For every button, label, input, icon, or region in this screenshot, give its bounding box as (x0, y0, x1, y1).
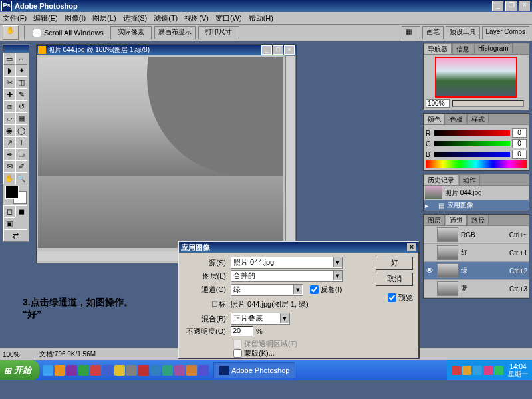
taskbar-clock[interactable]: 14:04 星期一 (508, 363, 528, 378)
tray-icon[interactable] (452, 366, 461, 375)
layers-tab[interactable]: 图层 (424, 215, 445, 225)
quickmask-mode[interactable]: ◼ (15, 205, 27, 217)
b-slider[interactable] (434, 152, 510, 157)
color-swatch[interactable] (5, 186, 27, 204)
slice-tool[interactable]: ◫ (15, 76, 27, 88)
ok-button[interactable]: 好 (376, 257, 413, 270)
ql-icon[interactable] (78, 365, 89, 376)
zoom-tool[interactable]: 🔍 (15, 172, 27, 184)
toolbox-titlebar[interactable] (3, 45, 29, 53)
stamp-tool[interactable]: ⧇ (3, 100, 15, 112)
preset-tab[interactable]: 预设工具 (446, 26, 480, 39)
b-value[interactable]: 0 (512, 150, 527, 159)
vertical-scrollbar[interactable] (285, 55, 296, 248)
source-select[interactable]: 照片 044.jpg (231, 257, 343, 269)
brush-tool[interactable]: ✎ (15, 88, 27, 100)
layer-select[interactable]: 合并的 (231, 270, 343, 282)
fit-screen-button[interactable]: 满画布显示 (154, 26, 196, 39)
doc-min-button[interactable]: _ (261, 45, 272, 55)
menu-image[interactable]: 图像(I) (65, 13, 86, 23)
menu-layer[interactable]: 图层(L) (92, 13, 116, 23)
print-size-button[interactable]: 打印尺寸 (198, 26, 239, 39)
zoom-slider[interactable] (452, 100, 524, 107)
ql-icon[interactable] (198, 365, 209, 376)
tray-icon[interactable] (473, 366, 482, 375)
scroll-all-checkbox[interactable] (33, 29, 41, 37)
dodge-tool[interactable]: ◯ (15, 124, 27, 136)
ql-icon[interactable] (126, 365, 137, 376)
channel-blue[interactable]: 蓝Ctrl+3 (424, 280, 529, 298)
status-docsize[interactable]: 文档:796.9K/1.56M (35, 350, 100, 359)
channel-select[interactable]: 绿 (231, 284, 303, 296)
paths-tab[interactable]: 路径 (467, 215, 489, 225)
g-slider[interactable] (434, 141, 510, 146)
color-tab[interactable]: 颜色 (424, 114, 445, 124)
ie-icon[interactable] (43, 365, 53, 376)
navigator-thumbnail[interactable] (435, 57, 517, 98)
zoom-field[interactable]: 100% (426, 99, 450, 108)
status-zoom[interactable]: 100% (0, 351, 35, 358)
histogram-tab[interactable]: Histogram (474, 43, 513, 54)
history-brush-tool[interactable]: ↺ (15, 100, 27, 112)
start-button[interactable]: ⊞ 开始 (0, 360, 39, 380)
maximize-button[interactable]: ❐ (505, 1, 517, 11)
lasso-tool[interactable]: ◗ (3, 65, 15, 76)
hand-tool[interactable]: ✋ (3, 172, 15, 184)
doc-close-button[interactable]: × (284, 45, 295, 55)
history-snapshot[interactable]: 照片 044.jpg (424, 186, 529, 200)
palette-well-icon[interactable]: ▦ (402, 26, 420, 39)
type-tool[interactable]: T (15, 136, 27, 148)
preview-checkbox[interactable] (388, 293, 396, 302)
history-brush-icon[interactable]: ▸ (425, 202, 434, 209)
r-slider[interactable] (434, 130, 510, 136)
pen-tool[interactable]: ✒ (3, 148, 15, 160)
channel-red[interactable]: 红Ctrl+1 (424, 244, 529, 262)
current-tool-icon[interactable]: ✋ (3, 25, 19, 40)
eraser-tool[interactable]: ▱ (3, 112, 15, 124)
channels-tab[interactable]: 通道 (446, 215, 467, 225)
ql-icon[interactable] (90, 365, 101, 376)
color-ramp[interactable] (426, 160, 527, 168)
cancel-button[interactable]: 取消 (376, 273, 413, 286)
standard-mode[interactable]: ◻ (3, 205, 15, 217)
menu-select[interactable]: 选择(S) (123, 13, 148, 23)
history-tab[interactable]: 历史记录 (424, 174, 458, 185)
ql-icon[interactable] (162, 365, 173, 376)
dialog-close-button[interactable]: × (407, 243, 416, 251)
heal-tool[interactable]: ✚ (3, 88, 15, 100)
eye-icon[interactable]: 👁 (425, 266, 434, 275)
ql-icon[interactable] (150, 365, 161, 376)
menu-view[interactable]: 视图(V) (184, 13, 209, 23)
navigator-tab[interactable]: 导航器 (424, 43, 452, 54)
mask-checkbox[interactable] (233, 349, 242, 358)
taskbar-app[interactable]: Adobe Photoshop (213, 362, 295, 378)
ql-icon[interactable] (114, 365, 125, 376)
channel-rgb[interactable]: RGBCtrl+~ (424, 226, 529, 244)
gradient-tool[interactable]: ▤ (15, 112, 27, 124)
invert-checkbox[interactable] (310, 285, 319, 294)
menu-window[interactable]: 窗口(W) (215, 13, 242, 23)
minimize-button[interactable]: _ (492, 1, 504, 11)
tray-icon[interactable] (483, 366, 493, 375)
blur-tool[interactable]: ◉ (3, 124, 15, 136)
info-tab[interactable]: 信息 (452, 43, 473, 54)
layercomps-tab[interactable]: Layer Comps (482, 26, 529, 39)
ql-icon[interactable] (174, 365, 185, 376)
wand-tool[interactable]: ✦ (15, 65, 27, 76)
eyedropper-tool[interactable]: ✐ (15, 160, 27, 172)
ql-icon[interactable] (186, 365, 197, 376)
actions-tab[interactable]: 动作 (459, 174, 480, 185)
close-button[interactable]: × (519, 1, 531, 11)
path-tool[interactable]: ↗ (3, 136, 15, 148)
dialog-titlebar[interactable]: 应用图像 × (179, 242, 418, 253)
move-tool[interactable]: ↔ (15, 53, 27, 65)
swatch-tab[interactable]: 色板 (446, 114, 467, 124)
foreground-color[interactable] (5, 186, 19, 199)
channel-green[interactable]: 👁绿Ctrl+2 (424, 262, 529, 280)
r-value[interactable]: 0 (512, 128, 527, 138)
canvas[interactable] (38, 57, 283, 248)
document-titlebar[interactable]: 照片 044.jpg @ 100%(图层 1,绿/8) _ □ × (37, 45, 296, 55)
history-step[interactable]: ▸ ▤ 应用图像 (424, 200, 529, 211)
menu-help[interactable]: 帮助(H) (249, 13, 273, 23)
shape-tool[interactable]: ▭ (15, 148, 27, 160)
